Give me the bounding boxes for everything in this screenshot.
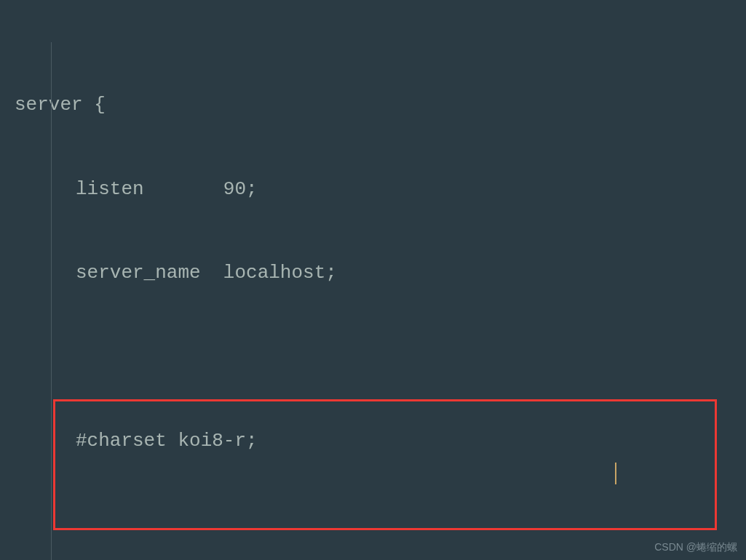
code-line: listen 90;: [15, 175, 746, 203]
code-text: server {: [15, 94, 106, 116]
code-text: 90;: [223, 178, 258, 200]
code-text: #charset koi8-r;: [76, 430, 258, 452]
watermark-text: CSDN @蜷缩的螺: [654, 541, 737, 554]
code-text: server_name: [76, 262, 201, 284]
text-cursor: [615, 463, 616, 484]
code-text: localhost;: [223, 262, 337, 284]
code-line-empty: [15, 511, 746, 538]
code-line-empty: [15, 343, 746, 371]
code-text: listen: [76, 178, 144, 200]
code-line: #charset koi8-r;: [15, 427, 746, 455]
code-line: server_name localhost;: [15, 259, 746, 287]
indent-guide: [51, 42, 52, 560]
code-line: server {: [15, 91, 746, 119]
code-block: server { listen 90; server_name localhos…: [15, 7, 746, 560]
